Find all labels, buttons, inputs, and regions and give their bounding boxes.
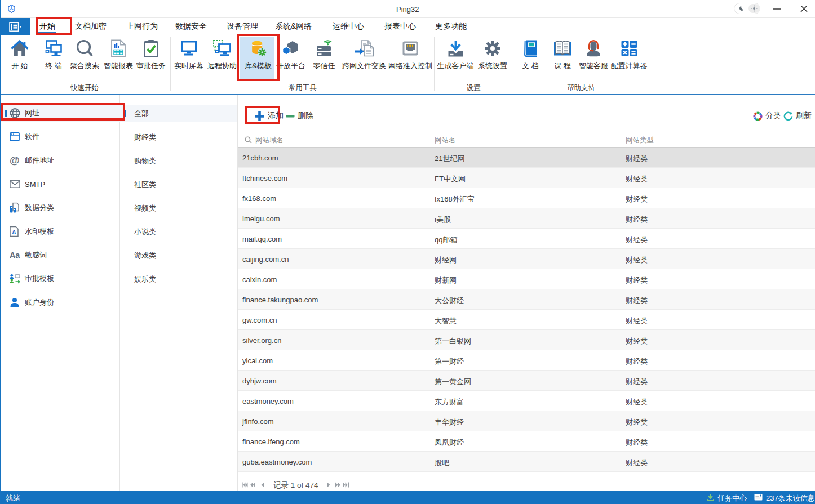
svg-text:@: @: [10, 155, 20, 166]
svg-text:A: A: [12, 229, 16, 235]
svg-text:Aa: Aa: [10, 251, 20, 260]
